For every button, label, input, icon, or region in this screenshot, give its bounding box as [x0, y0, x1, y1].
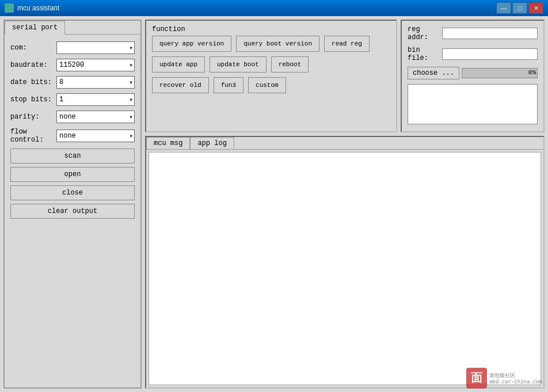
com-select-wrapper: [56, 41, 135, 54]
bin-file-label: bin file:: [408, 46, 442, 62]
title-bar-buttons: — □ ✕: [496, 2, 543, 14]
reg-addr-input[interactable]: [442, 28, 538, 39]
bin-file-input[interactable]: [442, 48, 538, 60]
flow-control-label: flow control:: [10, 128, 56, 144]
app-log-tab[interactable]: app log: [190, 137, 234, 149]
reg-textarea[interactable]: [408, 84, 538, 124]
date-bits-row: date bits: 8 5 6 7: [10, 76, 135, 89]
date-bits-label: date bits:: [10, 78, 56, 86]
tab-header: serial port: [5, 21, 140, 35]
choose-row: choose ... 0%: [408, 67, 538, 79]
stop-bits-select[interactable]: 1 1.5 2: [56, 93, 135, 106]
minimize-button[interactable]: —: [496, 2, 511, 14]
date-bits-select-wrapper: 8 5 6 7: [56, 76, 135, 89]
app-title: mcu assistant: [17, 4, 496, 12]
reg-panel: reg addr: bin file: choose ... 0%: [401, 20, 545, 132]
flow-control-row: flow control: none hardware software: [10, 128, 135, 144]
parity-label: parity:: [10, 113, 56, 121]
serial-port-tab-content: com: baudrate: 115200: [5, 35, 140, 229]
com-select[interactable]: [56, 41, 135, 54]
choose-button[interactable]: choose ...: [408, 67, 459, 79]
recover-old-button[interactable]: recover old: [152, 77, 209, 93]
flow-control-select-wrapper: none hardware software: [56, 130, 135, 142]
update-app-button[interactable]: update app: [152, 56, 205, 73]
com-label: com:: [10, 44, 56, 52]
app-icon: [5, 3, 14, 13]
reboot-button[interactable]: reboot: [271, 56, 309, 73]
clear-output-button[interactable]: clear output: [10, 204, 135, 219]
baudrate-select[interactable]: 115200 9600 19200 38400 57600 230400: [56, 59, 135, 71]
baudrate-label: baudrate:: [10, 61, 56, 69]
read-reg-button[interactable]: read reg: [324, 36, 370, 52]
stop-bits-select-wrapper: 1 1.5 2: [56, 93, 135, 106]
baudrate-select-wrapper: 115200 9600 19200 38400 57600 230400: [56, 59, 135, 71]
close-button[interactable]: ✕: [528, 2, 543, 14]
top-section: function query app version query boot ve…: [145, 20, 545, 132]
function-panel: function query app version query boot ve…: [145, 20, 397, 132]
query-boot-version-button[interactable]: query boot version: [236, 36, 319, 52]
flow-control-select[interactable]: none hardware software: [56, 130, 135, 142]
stop-bits-label: stop bits:: [10, 96, 56, 104]
maximize-button[interactable]: □: [512, 2, 527, 14]
watermark-text: 面包板社区 mbd.car-china.com: [489, 372, 542, 385]
main-window: serial port com: baudrate:: [0, 16, 548, 392]
log-tabs: mcu msg app log: [146, 137, 543, 150]
progress-label: 0%: [528, 69, 536, 76]
watermark: 面 面包板社区 mbd.car-china.com: [466, 368, 542, 389]
bin-file-row: bin file:: [408, 46, 538, 62]
baudrate-row: baudrate: 115200 9600 19200 38400 57600 …: [10, 59, 135, 71]
fun3-button[interactable]: fun3: [214, 77, 243, 93]
main-content-wrapper: serial port com: baudrate:: [3, 20, 545, 389]
right-area: function query app version query boot ve…: [145, 20, 545, 389]
parity-select-wrapper: none even odd mark space: [56, 111, 135, 123]
title-bar: mcu assistant — □ ✕: [0, 0, 548, 16]
com-row: com:: [10, 41, 135, 54]
scan-button[interactable]: scan: [10, 149, 135, 163]
watermark-logo-icon: 面: [466, 368, 487, 389]
function-row-2: update app update boot reboot: [152, 56, 390, 73]
log-panel: mcu msg app log: [145, 136, 545, 389]
open-button[interactable]: open: [10, 167, 135, 182]
update-boot-button[interactable]: update boot: [210, 56, 267, 73]
custom-button[interactable]: custom: [248, 77, 286, 93]
date-bits-select[interactable]: 8 5 6 7: [56, 76, 135, 89]
parity-row: parity: none even odd mark space: [10, 111, 135, 123]
close-button-serial[interactable]: close: [10, 185, 135, 200]
reg-addr-label: reg addr:: [408, 25, 442, 41]
svg-text:面: 面: [471, 372, 482, 385]
function-row-1: query app version query boot version rea…: [152, 36, 390, 52]
function-label: function: [152, 25, 390, 33]
log-content: [149, 152, 541, 385]
serial-port-tab-container: serial port com: baudrate:: [3, 20, 142, 389]
stop-bits-row: stop bits: 1 1.5 2: [10, 93, 135, 106]
serial-port-tab[interactable]: serial port: [5, 21, 65, 35]
mcu-msg-tab[interactable]: mcu msg: [146, 137, 190, 149]
function-row-3: recover old fun3 custom: [152, 77, 390, 93]
query-app-version-button[interactable]: query app version: [152, 36, 231, 52]
left-panel: serial port com: baudrate:: [3, 20, 142, 389]
reg-addr-row: reg addr:: [408, 25, 538, 41]
parity-select[interactable]: none even odd mark space: [56, 111, 135, 123]
progress-bar: 0%: [462, 68, 538, 78]
